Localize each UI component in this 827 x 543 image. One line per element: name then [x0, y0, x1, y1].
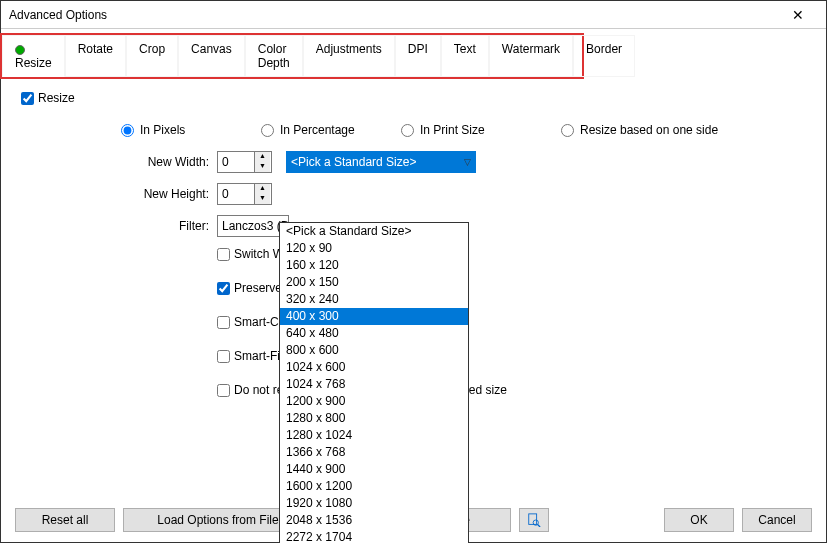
tabbar: Resize Rotate Crop Canvas Color Depth Ad… [2, 35, 582, 77]
std-size-option[interactable]: 1024 x 768 [280, 376, 468, 393]
std-size-option[interactable]: 1200 x 900 [280, 393, 468, 410]
radio-in-percentage[interactable]: In Percentage [261, 123, 401, 137]
filter-label: Filter: [21, 219, 217, 233]
std-size-option[interactable]: 120 x 90 [280, 240, 468, 257]
std-size-option[interactable]: 160 x 120 [280, 257, 468, 274]
new-height-input[interactable] [218, 184, 254, 204]
svg-rect-0 [529, 514, 537, 525]
arrow-up-icon[interactable]: ▲ [255, 152, 270, 162]
new-width-input[interactable] [218, 152, 254, 172]
close-icon[interactable]: ✕ [778, 7, 818, 23]
tab-canvas[interactable]: Canvas [178, 35, 245, 77]
radio-in-printsize[interactable]: In Print Size [401, 123, 561, 137]
standard-size-dropdown[interactable]: <Pick a Standard Size>120 x 90160 x 1202… [279, 222, 469, 543]
std-size-option[interactable]: <Pick a Standard Size> [280, 223, 468, 240]
tab-resize[interactable]: Resize [2, 35, 65, 77]
resize-enable-input[interactable] [21, 92, 34, 105]
cancel-button[interactable]: Cancel [742, 508, 812, 532]
radio-one-side[interactable]: Resize based on one side [561, 123, 718, 137]
resize-enable-checkbox[interactable]: Resize [21, 91, 75, 105]
std-size-option[interactable]: 2272 x 1704 [280, 529, 468, 543]
resize-mode-radios: In Pixels In Percentage In Print Size Re… [121, 123, 806, 137]
new-width-stepper[interactable]: ▲▼ [217, 151, 272, 173]
content-area: Resize In Pixels In Percentage In Print … [1, 83, 826, 498]
std-size-option[interactable]: 320 x 240 [280, 291, 468, 308]
std-size-option[interactable]: 200 x 150 [280, 274, 468, 291]
new-height-label: New Height: [21, 187, 217, 201]
tab-rotate[interactable]: Rotate [65, 35, 126, 77]
std-size-option[interactable]: 1024 x 600 [280, 359, 468, 376]
active-dot-icon [15, 45, 25, 55]
tab-crop[interactable]: Crop [126, 35, 178, 77]
advanced-options-dialog: Advanced Options ✕ Resize Rotate Crop Ca… [0, 0, 827, 543]
std-size-option[interactable]: 1280 x 800 [280, 410, 468, 427]
ok-button[interactable]: OK [664, 508, 734, 532]
tab-colordepth[interactable]: Color Depth [245, 35, 303, 77]
chevron-down-icon: ▽ [464, 157, 471, 167]
std-size-option[interactable]: 1440 x 900 [280, 461, 468, 478]
std-size-option[interactable]: 800 x 600 [280, 342, 468, 359]
arrow-down-icon[interactable]: ▼ [255, 194, 270, 204]
radio-in-pixels[interactable]: In Pixels [121, 123, 261, 137]
std-size-option[interactable]: 640 x 480 [280, 325, 468, 342]
stepper-arrows[interactable]: ▲▼ [254, 184, 270, 204]
std-size-option[interactable]: 1366 x 768 [280, 444, 468, 461]
std-size-option[interactable]: 400 x 300 [280, 308, 468, 325]
magnifier-page-icon [527, 513, 541, 527]
new-width-label: New Width: [21, 155, 217, 169]
tabbar-highlight: Resize Rotate Crop Canvas Color Depth Ad… [0, 33, 584, 79]
std-size-option[interactable]: 2048 x 1536 [280, 512, 468, 529]
tab-dpi[interactable]: DPI [395, 35, 441, 77]
stepper-arrows[interactable]: ▲▼ [254, 152, 270, 172]
std-size-option[interactable]: 1280 x 1024 [280, 427, 468, 444]
row-new-height: New Height: ▲▼ [21, 183, 806, 205]
preview-button[interactable] [519, 508, 549, 532]
svg-line-2 [538, 524, 541, 527]
standard-size-select[interactable]: <Pick a Standard Size> ▽ [286, 151, 476, 173]
tab-text[interactable]: Text [441, 35, 489, 77]
row-new-width: New Width: ▲▼ <Pick a Standard Size> ▽ [21, 151, 806, 173]
std-size-option[interactable]: 1600 x 1200 [280, 478, 468, 495]
titlebar: Advanced Options ✕ [1, 1, 826, 29]
arrow-up-icon[interactable]: ▲ [255, 184, 270, 194]
tab-watermark[interactable]: Watermark [489, 35, 573, 77]
new-height-stepper[interactable]: ▲▼ [217, 183, 272, 205]
tab-border[interactable]: Border [573, 35, 635, 77]
window-title: Advanced Options [9, 8, 778, 22]
arrow-down-icon[interactable]: ▼ [255, 162, 270, 172]
reset-all-button[interactable]: Reset all [15, 508, 115, 532]
tab-adjustments[interactable]: Adjustments [303, 35, 395, 77]
std-size-option[interactable]: 1920 x 1080 [280, 495, 468, 512]
